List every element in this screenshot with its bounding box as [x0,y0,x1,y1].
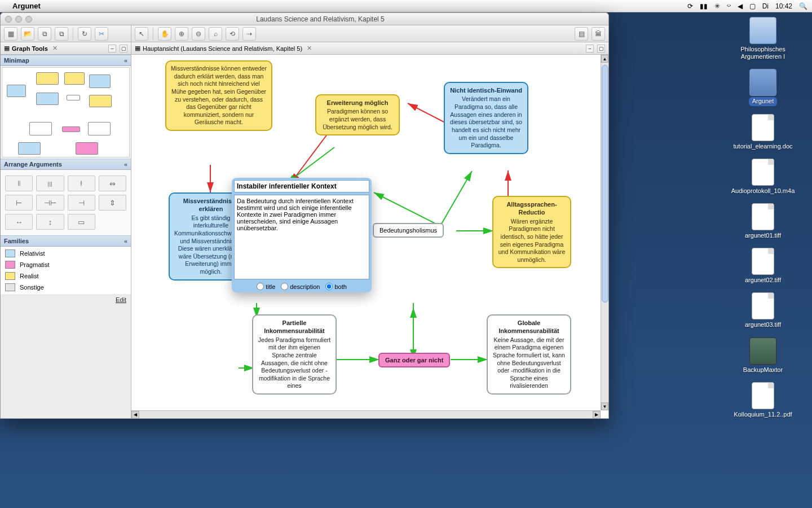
minimap[interactable] [2,67,130,157]
arrange-distribute-h-button[interactable]: ⇔ [99,176,126,191]
vertical-scrollbar[interactable]: ▲ ▼ [601,55,608,410]
desktop-drive[interactable]: BackupMaxtor [721,338,805,374]
scroll-right-icon[interactable]: ▶ [593,411,601,419]
editor-description-input[interactable] [234,195,369,279]
maximize-view-icon[interactable]: ▢ [120,45,127,52]
toolbar-left: ▦ 📂 ⧉ ⧉ ↻ ✂ [1,25,131,42]
desktop-file[interactable]: argunet02.tiff [721,248,805,284]
minimize-icon[interactable] [15,16,22,23]
graph-canvas[interactable]: Missverständnisse können entweder dadurc… [131,55,608,418]
radio-both[interactable]: both [325,283,346,290]
overview-button[interactable]: ▤ [575,27,588,41]
radio-description[interactable]: description [281,283,320,290]
app-menu-name[interactable]: Argunet [12,2,41,10]
swatch-icon [5,283,15,291]
chevron-icon: « [124,161,127,168]
family-row[interactable]: Realist [1,270,131,282]
paste-button[interactable]: ⧉ [55,27,68,41]
tab-icon: ▦ [4,45,10,52]
family-row[interactable]: Relativist [1,248,131,259]
maximize-view-icon[interactable]: ▢ [597,45,605,52]
argument-node[interactable]: Partielle Inkommensurabilität Jedes Para… [252,314,337,395]
menu-extra-icon[interactable]: ▮▮ [700,2,708,10]
zoom-fit-button[interactable]: ⌕ [209,27,222,41]
horizontal-scrollbar[interactable]: ◀ ▶ [131,410,601,418]
scroll-left-icon[interactable]: ◀ [131,411,139,419]
zoom-icon[interactable] [25,16,32,23]
arrange-distribute-v-button[interactable]: ⇕ [99,195,126,211]
select-tool[interactable]: ↖ [135,27,148,41]
left-panel: ▦ Graph Tools ✕ – ▢ Minimap « [1,42,131,418]
arrange-same-height-button[interactable]: ↕ [36,214,64,230]
zoom-out-button[interactable]: ⊖ [192,27,205,41]
library-button[interactable]: 🏛 [592,27,605,41]
scroll-up-icon[interactable]: ▲ [601,55,608,63]
node-body: Keine Aussage, die mit der einem Paradig… [493,336,565,389]
family-row[interactable]: Pragmatist [1,259,131,270]
argument-node[interactable]: Nicht identisch-Einwand Verändert man ei… [444,82,528,154]
scroll-down-icon[interactable]: ▼ [601,402,608,410]
mac-menubar: Argunet ⟳ ▮▮ ✳ ⌔ ◀ ▢ Di 10:42 🔍 [0,0,812,12]
volume-icon[interactable]: ◀ [738,2,743,10]
arrange-align-middle-button[interactable]: ⫼ [36,176,64,191]
spotlight-icon[interactable]: 🔍 [799,2,807,10]
cut-button[interactable]: ✂ [95,27,108,41]
new-db-button[interactable]: ▦ [4,27,17,41]
traffic-lights[interactable] [5,16,32,23]
desktop-folder[interactable]: Philosophisches Argumentieren I [721,17,805,61]
zoom-in-button[interactable]: ⊕ [175,27,188,41]
copy-button[interactable]: ⧉ [38,27,51,41]
menu-extra-icon[interactable]: ✳ [714,2,720,10]
thesis-node[interactable]: Ganz oder gar nicht [378,353,450,367]
svg-line-5 [374,192,439,225]
arrange-align-center-button[interactable]: ⊣⊢ [36,195,64,211]
node-editor[interactable]: title description both [232,178,372,292]
canvas-panel: ▦ Hauptansicht (Laudans Science and Rela… [131,42,608,418]
graph-tools-tab[interactable]: ▦ Graph Tools ✕ – ▢ [1,42,131,55]
section-title: Families [4,238,29,244]
main-view-tab[interactable]: ▦ Hauptansicht (Laudans Science and Rela… [131,42,608,55]
close-tab-icon[interactable]: ✕ [52,45,58,52]
desktop-file[interactable]: argunet03.tiff [721,292,805,329]
wifi-icon[interactable]: ⌔ [727,2,731,10]
minimize-view-icon[interactable]: – [108,45,116,52]
families-header[interactable]: Families « [1,235,131,247]
arrange-align-right-button[interactable]: ⊣ [68,195,95,211]
window-titlebar[interactable]: Laudans Science and Relativism, Kapitel … [1,13,608,25]
family-row[interactable]: Sonstige [1,282,131,293]
toolbar-canvas: ↖ ✋ ⊕ ⊖ ⌕ ⟲ ⇢ ▤ 🏛 [131,25,608,42]
argument-node[interactable]: Erweiterung möglich Paradigmen können so… [315,94,400,135]
desktop-file[interactable]: Audioprotokoll_10.m4a [721,159,805,195]
layout-button[interactable]: ⇢ [242,27,256,41]
arrange-header[interactable]: Arrange Arguments « [1,159,131,170]
pan-tool[interactable]: ✋ [158,27,171,41]
desktop-folder[interactable]: Argunet [721,69,805,106]
families-edit-link[interactable]: Edit [1,294,131,305]
desktop-file[interactable]: tutorial_elearning.doc [721,114,805,151]
battery-icon[interactable]: ▢ [749,2,756,10]
arrange-same-width-button[interactable]: ↔ [5,214,33,230]
minimap-header[interactable]: Minimap « [1,55,131,66]
menu-extra-icon[interactable]: ⟳ [687,2,693,10]
desktop-file[interactable]: Kolloquium_11.2..pdf [721,382,805,419]
open-button[interactable]: 📂 [21,27,34,41]
argument-node[interactable]: Alltagssprachen-Reductio Wären ergänzte … [492,196,571,268]
refresh-button[interactable]: ↻ [78,27,91,41]
radio-title[interactable]: title [257,283,275,290]
close-icon[interactable] [5,16,12,23]
argument-node[interactable]: Globale Inkommensurabilität Keine Aussag… [487,314,571,395]
desktop-file[interactable]: argunet01.tiff [721,203,805,240]
thesis-node[interactable]: Bedeutungsholismus [373,223,444,238]
editor-title-input[interactable] [234,180,369,192]
arrange-same-size-button[interactable]: ▭ [68,214,95,230]
arrange-align-bottom-button[interactable]: ⫲ [68,176,95,191]
zoom-reset-button[interactable]: ⟲ [226,27,239,41]
arrange-align-top-button[interactable]: ⫴ [5,176,33,191]
close-tab-icon[interactable]: ✕ [307,45,312,52]
argument-node[interactable]: Missverständnisse können entweder dadurc… [165,60,272,131]
minimize-view-icon[interactable]: – [586,45,594,52]
arrange-align-left-button[interactable]: ⊢ [5,195,33,211]
node-body: Paradigmen können so ergänzt werden, das… [323,108,392,130]
node-label: Ganz oder gar nicht [385,357,443,364]
svg-line-6 [439,171,472,229]
